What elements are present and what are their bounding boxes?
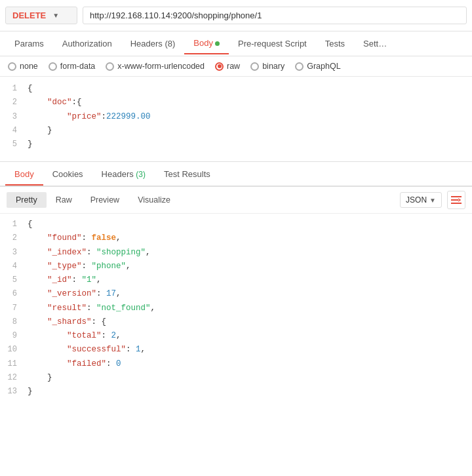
response-toolbar: Pretty Raw Preview Visualize JSON ▼ — [0, 187, 472, 214]
method-label: DELETE — [12, 10, 46, 20]
tab-settings[interactable]: Sett… — [354, 33, 396, 54]
radio-circle-urlencoded — [106, 62, 114, 71]
resp-line-4: 4 "_type": "phone", — [0, 260, 472, 273]
resp-line-8: 8 "_shards": { — [0, 315, 472, 329]
req-line-5: 5 } — [0, 138, 472, 151]
url-text: http://192.168.110.14:9200/shopping/phon… — [90, 10, 262, 20]
resp-line-11: 11 "failed": 0 — [0, 357, 472, 371]
resp-line-3: 3 "_index": "shopping", — [0, 246, 472, 260]
radio-graphql[interactable]: GraphQL — [295, 62, 340, 71]
radio-circle-form-data — [49, 62, 57, 71]
format-select[interactable]: JSON ▼ — [400, 192, 442, 208]
tab-body[interactable]: Body — [184, 33, 229, 54]
resp-line-6: 6 "_version": 17, — [0, 287, 472, 301]
radio-circle-none — [8, 62, 16, 71]
response-body-code: 1 { 2 "found": false, 3 "_index": "shopp… — [0, 214, 472, 403]
resp-view-visualize[interactable]: Visualize — [128, 192, 180, 208]
resp-tab-cookies[interactable]: Cookies — [43, 164, 92, 184]
top-bar: DELETE ▼ http://192.168.110.14:9200/shop… — [0, 0, 472, 31]
req-line-4: 4 } — [0, 124, 472, 138]
radio-none[interactable]: none — [8, 62, 38, 71]
radio-raw[interactable]: raw — [215, 62, 240, 71]
resp-tab-headers[interactable]: Headers (3) — [92, 164, 155, 184]
resp-line-7: 7 "result": "not_found", — [0, 302, 472, 315]
tab-params[interactable]: Params — [5, 33, 53, 54]
resp-view-raw[interactable]: Raw — [47, 192, 81, 208]
resp-line-5: 5 "_id": "1", — [0, 273, 472, 287]
req-line-2: 2 "doc":{ — [0, 96, 472, 109]
tab-authorization[interactable]: Authorization — [53, 33, 121, 54]
radio-binary[interactable]: binary — [250, 62, 285, 71]
resp-line-10: 10 "successful": 1, — [0, 343, 472, 357]
resp-line-1: 1 { — [0, 218, 472, 231]
resp-view-pretty[interactable]: Pretty — [7, 192, 47, 208]
body-types-row: none form-data x-www-form-urlencoded raw… — [0, 56, 472, 77]
resp-line-2: 2 "found": false, — [0, 231, 472, 245]
radio-circle-raw — [215, 62, 224, 71]
tab-headers[interactable]: Headers (8) — [121, 33, 185, 54]
radio-urlencoded[interactable]: x-www-form-urlencoded — [106, 62, 205, 71]
method-select[interactable]: DELETE ▼ — [5, 7, 77, 24]
radio-form-data[interactable]: form-data — [49, 62, 96, 71]
req-line-1: 1 { — [0, 82, 472, 96]
radio-circle-graphql — [295, 62, 304, 71]
request-tabs: Params Authorization Headers (8) Body Pr… — [0, 31, 472, 56]
radio-circle-binary — [250, 62, 259, 71]
resp-tab-body[interactable]: Body — [5, 164, 43, 186]
response-tabs: Body Cookies Headers (3) Test Results — [0, 162, 472, 187]
body-dot — [215, 41, 220, 46]
tab-tests[interactable]: Tests — [316, 33, 354, 54]
resp-line-12: 12 } — [0, 371, 472, 385]
wrap-icon[interactable] — [447, 191, 465, 209]
response-section: Body Cookies Headers (3) Test Results Pr… — [0, 162, 472, 403]
resp-view-preview[interactable]: Preview — [81, 192, 128, 208]
resp-tab-test-results[interactable]: Test Results — [155, 164, 220, 184]
request-body-editor[interactable]: 1 { 2 "doc":{ 3 "price":222999.00 4 } 5 … — [0, 77, 472, 162]
req-line-3: 3 "price":222999.00 — [0, 110, 472, 124]
url-bar[interactable]: http://192.168.110.14:9200/shopping/phon… — [83, 7, 467, 24]
resp-line-13: 13 } — [0, 385, 472, 399]
method-chevron: ▼ — [52, 12, 59, 19]
tab-prerequest[interactable]: Pre-request Script — [229, 33, 316, 54]
resp-line-9: 9 "total": 2, — [0, 329, 472, 343]
